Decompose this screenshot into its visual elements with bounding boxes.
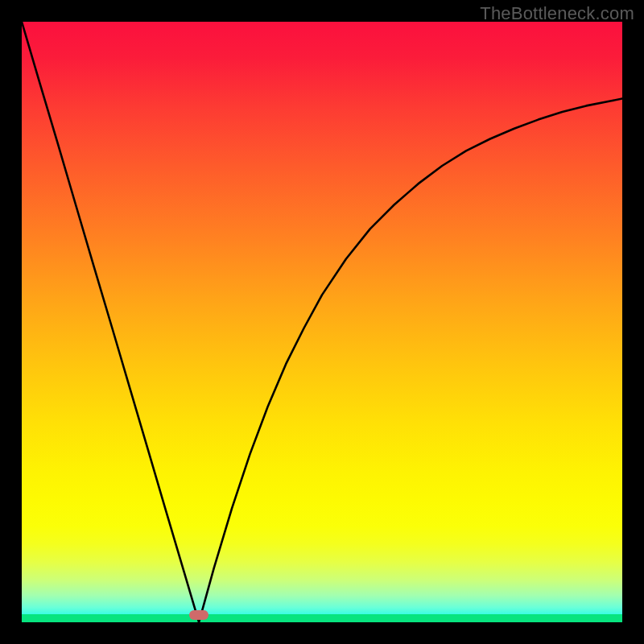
plot-area	[22, 22, 622, 622]
watermark-text: TheBottleneck.com	[480, 3, 634, 24]
bottleneck-curve	[22, 22, 622, 622]
minimum-marker	[189, 610, 208, 620]
curve-path	[22, 22, 622, 622]
